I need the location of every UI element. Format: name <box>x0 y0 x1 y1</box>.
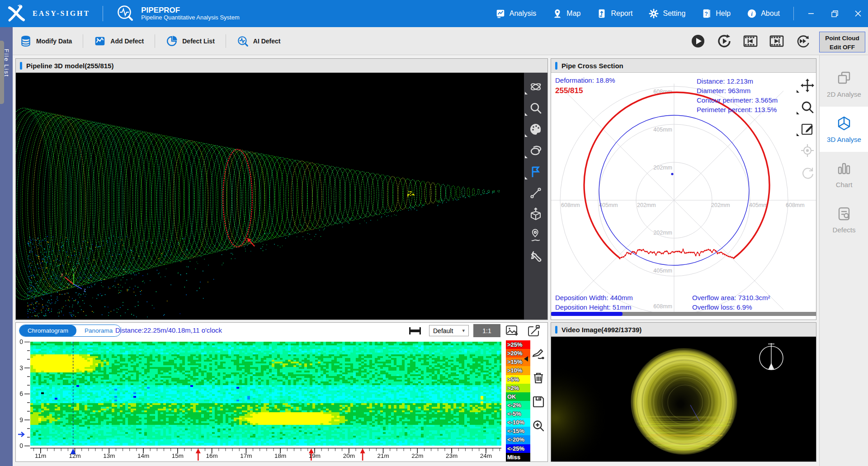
sidebar-item-3d-analyse[interactable]: 3D Analyse <box>820 107 868 152</box>
panel-header: Pipeline 3D model(255/815) <box>16 59 547 73</box>
sidebar-item-defects[interactable]: Defects <box>820 197 868 242</box>
nav-help[interactable]: ? Help <box>695 5 737 22</box>
video-frame-canvas[interactable] <box>551 337 816 461</box>
legend-pointer-icon <box>524 356 528 362</box>
overflow-loss-stat: Overflow loss: 6.9% <box>692 302 770 312</box>
pin-route-icon[interactable] <box>529 229 542 242</box>
pipeline-3d-title: Pipeline 3D model(255/815) <box>26 62 113 70</box>
wrench-icon[interactable] <box>529 250 542 264</box>
export-view-icon[interactable] <box>527 325 540 337</box>
panel-header: Video Image(4992/13739) <box>551 323 816 337</box>
pipeline-3d-viewport <box>16 73 547 320</box>
map-pin-icon <box>552 9 562 19</box>
modify-data-label: Modify Data <box>36 38 72 45</box>
accent-bar <box>555 326 557 334</box>
nav-label: Help <box>716 9 731 18</box>
video-image-panel: Video Image(4992/13739) <box>551 322 816 462</box>
main-toolbar: Modify Data Add Defect Defect List AI De… <box>0 27 868 55</box>
sidebar-item-chart[interactable]: Chart <box>820 152 868 197</box>
legend-row: >25% <box>506 340 530 349</box>
nav-setting[interactable]: Setting <box>642 5 692 22</box>
clock-tick-label: 6 <box>17 390 23 397</box>
ring-section-icon[interactable] <box>529 144 542 157</box>
legend-row: <-20% <box>506 435 530 444</box>
tab-panorama[interactable]: Panorama <box>76 325 121 336</box>
cross-section-stats: Distance: 12.213m Diameter: 963mm Contou… <box>697 76 778 114</box>
app-subtitle: Pipeline Quantitative Analysis System <box>141 14 240 21</box>
modify-data-button[interactable]: Modify Data <box>15 33 76 50</box>
brand-separator <box>103 6 103 21</box>
ring-label: 405mm <box>599 202 618 208</box>
center-target-icon[interactable] <box>800 143 815 158</box>
ring-label: 202mm <box>653 165 672 171</box>
export-cube-icon[interactable] <box>529 207 542 221</box>
legend-row: >2% <box>506 384 530 392</box>
defect-list-button[interactable]: Defect List <box>161 33 219 50</box>
close-button[interactable] <box>848 5 868 23</box>
overflow-stats: Overflow area: 7310.3cm² Overflow loss: … <box>692 293 770 312</box>
add-defect-button[interactable]: Add Defect <box>90 33 148 50</box>
chromatogram-panel: Chromatogram Panorama Distance:22.25m/40… <box>15 322 548 462</box>
colormap-select[interactable]: Default ▾ <box>429 325 469 336</box>
prev-frame-icon[interactable] <box>743 34 758 48</box>
measure-line-icon[interactable] <box>529 186 542 200</box>
submenu-triangle <box>797 112 799 114</box>
rotate-3d-icon[interactable] <box>529 80 542 94</box>
palette-icon[interactable] <box>529 122 542 136</box>
deposition-height-stat: Deposition Height: 51mm <box>555 302 633 312</box>
file-list-tab[interactable]: File List <box>3 49 10 77</box>
minimize-button[interactable] <box>801 5 821 23</box>
fast-forward-icon[interactable] <box>796 34 810 48</box>
accent-bar <box>20 62 22 70</box>
rotate-view-icon[interactable] <box>800 165 815 179</box>
ring-label: 608mm <box>653 303 672 310</box>
nav-analysis[interactable]: Analysis <box>489 5 543 22</box>
nav-map[interactable]: Map <box>546 5 587 22</box>
legend-row: >10% <box>506 366 530 375</box>
play-loop-icon[interactable] <box>717 34 731 48</box>
ring-label: 405mm <box>749 202 768 208</box>
brand-name: EASY-SIGHT <box>33 9 90 18</box>
perimeter-percent-stat: Perimeter percent: 113.5% <box>697 105 778 114</box>
tab-chromatogram[interactable]: Chromatogram <box>19 325 76 336</box>
point-cloud-edit-button[interactable]: Point Cloud Edit OFF <box>819 32 865 52</box>
sidebar-item-label: Defects <box>833 226 856 234</box>
defects-list-icon <box>836 206 852 221</box>
scrollbar-thumb[interactable] <box>551 312 623 316</box>
zoom-3d-icon[interactable] <box>529 101 542 115</box>
nav-about[interactable]: i About <box>741 5 786 22</box>
sidebar-item-2d-analyse[interactable]: 2D Analyse <box>820 61 868 107</box>
info-circle-icon: i <box>747 9 757 19</box>
zoom-in-icon[interactable] <box>532 419 545 433</box>
edit-icon[interactable] <box>800 122 815 136</box>
deformation-label: Deformation: 18.8% <box>555 76 615 84</box>
distance-tick-label: 19m <box>308 452 321 459</box>
ratio-1-1-button[interactable]: 1:1 <box>473 324 500 337</box>
pipeline-3d-panel: Pipeline 3D model(255/815) <box>15 58 548 320</box>
restore-button[interactable] <box>825 5 844 23</box>
nav-report[interactable]: Report <box>590 5 639 22</box>
play-icon[interactable] <box>691 34 705 48</box>
cross-section-title: Pipe Cross Section <box>561 62 623 70</box>
submenu-triangle <box>525 134 528 137</box>
save-image-icon[interactable] <box>505 325 519 337</box>
frame-scrollbar[interactable] <box>551 312 816 316</box>
svg-text:?: ? <box>705 11 708 17</box>
sidebar-item-label: 3D Analyse <box>827 136 861 143</box>
annotate-pen-icon[interactable] <box>532 347 545 361</box>
flag-marker-icon[interactable] <box>529 165 542 179</box>
ai-defect-label: AI Defect <box>253 38 281 45</box>
save-floppy-icon[interactable] <box>532 395 545 409</box>
database-icon <box>20 35 32 47</box>
measured-contour <box>584 92 769 258</box>
delete-trash-icon[interactable] <box>532 371 545 385</box>
pan-icon[interactable] <box>800 78 815 93</box>
next-frame-icon[interactable] <box>769 34 784 48</box>
ai-defect-button[interactable]: AI Defect <box>232 33 285 50</box>
submenu-triangle <box>525 113 528 116</box>
toolbar-separator <box>83 34 83 48</box>
zoom-icon[interactable] <box>800 100 815 114</box>
app-name: PIPEPROF <box>141 6 240 15</box>
pipe-width-icon[interactable] <box>408 325 422 337</box>
point-cloud-canvas[interactable] <box>16 73 524 320</box>
